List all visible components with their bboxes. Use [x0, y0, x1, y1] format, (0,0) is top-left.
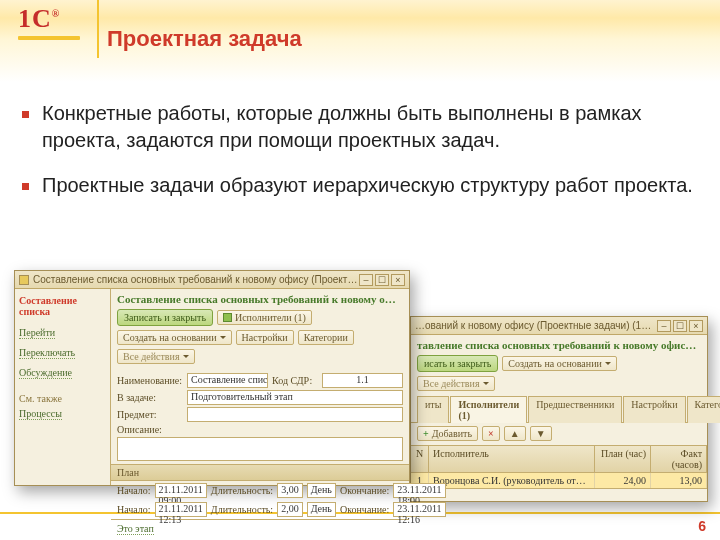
logo-text: 1C — [18, 4, 52, 33]
fact-end-label: Окончание: — [340, 504, 389, 515]
name-input[interactable]: Составление списка основных требований к… — [187, 373, 268, 388]
executors-button[interactable]: Исполнители (1) — [217, 310, 312, 325]
plan-dur-input[interactable]: 3,00 — [277, 483, 303, 498]
stage-link[interactable]: Это этап — [117, 523, 154, 535]
nav-link-switch[interactable]: Переключать — [19, 347, 75, 359]
win2-titlebar[interactable]: …ований к новому офису (Проектные задачи… — [411, 317, 707, 335]
save-close-button[interactable]: Записать и закрыть — [117, 309, 213, 326]
col-plan: План (час) — [595, 446, 651, 472]
execs-icon — [223, 313, 232, 322]
tab-executors[interactable]: Исполнители (1) — [450, 396, 527, 423]
move-down-button[interactable]: ▼ — [530, 426, 552, 441]
intask-input[interactable]: Подготовительный этап — [187, 390, 403, 405]
window-task-main: Составление списка основных требований к… — [14, 270, 410, 486]
plan-end-label: Окончание: — [340, 485, 389, 496]
header-divider — [97, 0, 99, 58]
win2-tabs: иты Исполнители (1) Предшественники Наст… — [411, 395, 707, 423]
nav-link-goto[interactable]: Перейти — [19, 327, 55, 339]
win1-titlebar[interactable]: Составление списка основных требований к… — [15, 271, 409, 289]
desc-label: Описание: — [117, 424, 183, 435]
min-button[interactable]: – — [359, 274, 373, 286]
create-base-button[interactable]: Создать на основании — [502, 356, 617, 371]
win2-title: …ований к новому офису (Проектные задачи… — [415, 320, 657, 331]
intask-label: В задаче: — [117, 392, 183, 403]
win1-toolbar: Записать и закрыть Исполнители (1) Созда… — [111, 307, 409, 368]
subject-input[interactable] — [187, 407, 403, 422]
desc-textarea[interactable] — [117, 437, 403, 461]
page-number: 6 — [698, 518, 706, 534]
bullet-1: Конкретные работы, которые должны быть в… — [18, 100, 702, 154]
chevron-down-icon — [605, 362, 611, 368]
bullet-2: Проектные задачи образуют иерархическую … — [18, 172, 702, 199]
chevron-down-icon — [483, 382, 489, 388]
plus-icon: + — [423, 428, 429, 439]
plan-row-1: Начало: 21.11.2011 09:00 Длительность: 3… — [111, 481, 409, 500]
app-icon — [19, 275, 29, 285]
fact-dur-label: Длительность: — [211, 504, 273, 515]
nav-link-processes[interactable]: Процессы — [19, 408, 62, 420]
plan-start-input[interactable]: 21.11.2011 09:00 — [155, 483, 207, 498]
logo-underline — [18, 36, 80, 40]
fact-start-label: Начало: — [117, 504, 151, 515]
win1-nav: Составление списка Перейти Переключать О… — [15, 289, 111, 485]
tab-settings[interactable]: Настройки — [623, 396, 685, 423]
chevron-down-icon — [183, 355, 189, 361]
add-button[interactable]: +Добавить — [417, 426, 478, 441]
window-task-executors: …ований к новому офису (Проектные задачи… — [410, 316, 708, 502]
win2-toolbar: исать и закрыть Создать на основании Все… — [411, 353, 707, 395]
delete-button[interactable]: × — [482, 426, 500, 441]
x-icon: × — [488, 428, 494, 439]
save-close-button[interactable]: исать и закрыть — [417, 355, 498, 372]
win2-header: тавление списка основных требований к но… — [411, 335, 707, 353]
col-executor: Исполнитель — [429, 446, 595, 472]
cell-plan: 24,00 — [595, 473, 651, 488]
plan-start-label: Начало: — [117, 485, 151, 496]
tab-requisites[interactable]: иты — [417, 396, 449, 423]
tab-categories[interactable]: Категории — [687, 396, 721, 423]
plan-header: План — [111, 464, 409, 481]
cell-executor: Воронцова С.И. (руководитель отдела перс… — [429, 473, 595, 488]
chevron-down-icon — [220, 336, 226, 342]
min-button[interactable]: – — [657, 320, 671, 332]
nav-link-discussion[interactable]: Обсуждение — [19, 367, 72, 379]
win1-title: Составление списка основных требований к… — [33, 274, 359, 285]
code-label: Код СДР: — [272, 375, 318, 386]
win1-header: Составление списка основных требований к… — [111, 289, 409, 307]
fact-unit-select[interactable]: День — [307, 502, 336, 517]
body-text: Конкретные работы, которые должны быть в… — [18, 100, 702, 217]
plan-row-2: Начало: 21.11.2011 12:13 Длительность: 2… — [111, 500, 409, 519]
nav-seealso: См. также — [19, 393, 106, 404]
fact-end-input[interactable]: 23.11.2011 12:16 — [393, 502, 445, 517]
win2-rowtoolbar: +Добавить × ▲ ▼ — [411, 423, 707, 445]
slide-title: Проектная задача — [107, 26, 302, 52]
col-fact: Факт (часов) — [651, 446, 707, 472]
logo-reg: ® — [52, 8, 60, 19]
fact-dur-input[interactable]: 2,00 — [277, 502, 303, 517]
plan-unit-select[interactable]: День — [307, 483, 336, 498]
logo: 1C® — [18, 6, 80, 40]
win1-form: Составление списка основных требований к… — [111, 289, 409, 485]
subject-label: Предмет: — [117, 409, 183, 420]
all-actions-button[interactable]: Все действия — [417, 376, 495, 391]
close-button[interactable]: × — [689, 320, 703, 332]
max-button[interactable]: ☐ — [375, 274, 389, 286]
table-row[interactable]: 1 Воронцова С.И. (руководитель отдела пе… — [411, 473, 707, 489]
cell-fact: 13,00 — [651, 473, 707, 488]
col-n: N — [411, 446, 429, 472]
executors-table-header: N Исполнитель План (час) Факт (часов) — [411, 445, 707, 473]
tab-predecessors[interactable]: Предшественники — [528, 396, 622, 423]
create-base-button[interactable]: Создать на основании — [117, 330, 232, 345]
move-up-button[interactable]: ▲ — [504, 426, 526, 441]
plan-dur-label: Длительность: — [211, 485, 273, 496]
nav-header: Составление списка — [19, 295, 106, 317]
close-button[interactable]: × — [391, 274, 405, 286]
settings-button[interactable]: Настройки — [236, 330, 294, 345]
categories-button[interactable]: Категории — [298, 330, 354, 345]
max-button[interactable]: ☐ — [673, 320, 687, 332]
name-label: Наименование: — [117, 375, 183, 386]
plan-end-input[interactable]: 23.11.2011 18:00 — [393, 483, 445, 498]
all-actions-button[interactable]: Все действия — [117, 349, 195, 364]
code-input[interactable]: 1.1 — [322, 373, 403, 388]
fact-start-input[interactable]: 21.11.2011 12:13 — [155, 502, 207, 517]
